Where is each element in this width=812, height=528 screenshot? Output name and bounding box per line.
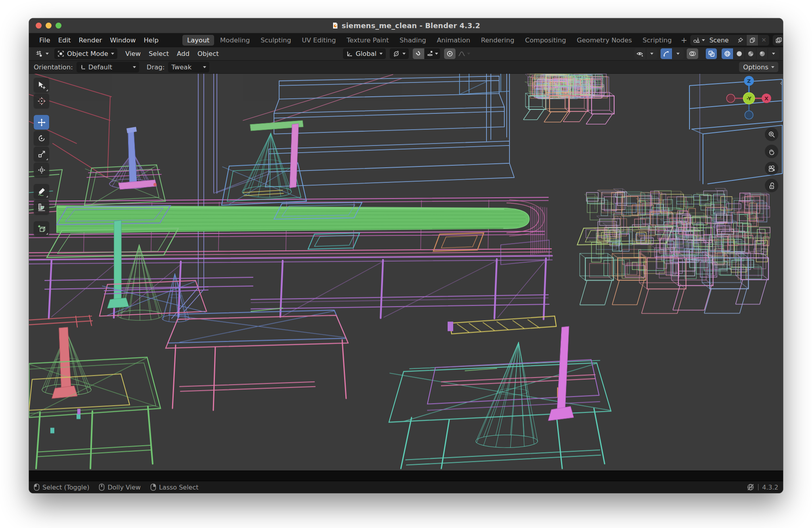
visibility-dropdown[interactable] [646, 48, 657, 59]
visibility-toggles-button[interactable] [634, 48, 646, 59]
tool-move[interactable] [34, 115, 49, 130]
orientation-default-icon [80, 64, 86, 70]
shading-dropdown[interactable] [768, 48, 779, 59]
pan-button[interactable] [765, 145, 778, 158]
status-dolly-label: Dolly View [107, 484, 141, 491]
drag-label: Drag: [147, 63, 165, 71]
navigation-gizmo[interactable]: Z X -Y [724, 75, 774, 121]
options-button[interactable]: Options [739, 62, 778, 72]
menu-help[interactable]: Help [140, 35, 163, 45]
shading-wireframe-button[interactable] [722, 48, 733, 59]
menu-object[interactable]: Object [193, 50, 223, 57]
tool-tweak-select[interactable] [34, 78, 49, 92]
solid-sphere-icon [736, 50, 743, 57]
pivot-point-selector[interactable] [390, 48, 409, 59]
rendered-sphere-icon [759, 50, 766, 57]
shading-solid-button[interactable] [733, 48, 745, 59]
material-sphere-icon [747, 50, 754, 57]
tab-texture-paint[interactable]: Texture Paint [342, 35, 393, 46]
axis-minus-x-ball[interactable] [727, 94, 735, 103]
camera-view-button[interactable] [765, 162, 778, 175]
tab-layout[interactable]: Layout [182, 35, 214, 46]
workspace-tabs: Layout Modeling Sculpting UV Editing Tex… [182, 35, 690, 46]
tab-compositing[interactable]: Compositing [520, 35, 571, 46]
chevron-down-icon [772, 53, 775, 55]
xray-icon [708, 50, 715, 57]
tab-geometry-nodes[interactable]: Geometry Nodes [572, 35, 637, 46]
minimize-window-button[interactable] [46, 23, 52, 29]
sidebar-collapse-arrow[interactable]: ‹ [779, 79, 783, 87]
tab-rendering[interactable]: Rendering [476, 35, 519, 46]
tab-shading[interactable]: Shading [395, 35, 431, 46]
add-cube-icon [37, 224, 46, 233]
mode-selector[interactable]: Object Mode [54, 48, 117, 59]
overlays-toggle[interactable] [687, 48, 698, 59]
middle-mouse-icon [99, 484, 105, 491]
pin-scene-button[interactable] [735, 35, 746, 46]
shading-material-button[interactable] [745, 48, 756, 59]
lock-view-button[interactable] [765, 179, 778, 192]
editor-type-button[interactable] [32, 48, 52, 59]
tool-annotate[interactable] [34, 184, 49, 199]
menu-edit[interactable]: Edit [54, 35, 75, 45]
tool-transform[interactable] [34, 163, 49, 177]
pivot-icon [393, 50, 400, 57]
proportional-editing-toggle[interactable] [444, 48, 456, 59]
axis-minus-z-ball[interactable] [745, 111, 753, 119]
tool-cursor[interactable] [34, 94, 49, 108]
menu-file[interactable]: File [35, 35, 54, 45]
tool-measure[interactable] [34, 200, 49, 214]
viewport-header: Object Mode View Select Add Object Globa… [29, 47, 783, 60]
proportional-falloff-selector[interactable] [456, 48, 472, 59]
scene-name[interactable]: Scene [708, 36, 735, 44]
collapsed-timeline[interactable] [29, 471, 783, 481]
shading-rendered-button[interactable] [756, 48, 768, 59]
menu-window[interactable]: Window [106, 35, 140, 45]
xray-toggle[interactable] [705, 48, 717, 59]
tab-modeling[interactable]: Modeling [215, 35, 255, 46]
tool-scale[interactable] [34, 147, 49, 161]
snap-settings-selector[interactable] [424, 48, 440, 59]
tool-orientation-selector[interactable]: Default [77, 62, 139, 73]
tab-uv-editing[interactable]: UV Editing [297, 35, 341, 46]
tool-rotate[interactable] [34, 131, 49, 145]
menu-render[interactable]: Render [75, 35, 106, 45]
tool-add-cube[interactable] [34, 221, 49, 236]
editor-3d-viewport-icon [35, 50, 43, 57]
axis-x-label: X [764, 96, 768, 101]
menu-add[interactable]: Add [173, 50, 193, 57]
viewlayer-browse-button[interactable] [773, 35, 783, 46]
gizmos-toggle[interactable] [661, 48, 672, 59]
viewport-canvas[interactable] [29, 74, 783, 471]
tab-animation[interactable]: Animation [432, 35, 475, 46]
unlink-scene-button[interactable]: ✕ [758, 35, 769, 46]
overlays-icon [689, 50, 696, 57]
proportional-editing-icon [446, 50, 453, 57]
new-scene-button[interactable] [746, 35, 758, 46]
unlock-icon [768, 182, 776, 189]
menu-view[interactable]: View [121, 50, 145, 57]
zoom-button[interactable] [765, 128, 778, 141]
status-dolly: Dolly View [99, 484, 141, 491]
status-bar: Select (Toggle) Dolly View Lasso Select … [29, 481, 783, 493]
snap-toggle[interactable] [413, 48, 424, 59]
network-offline-icon[interactable] [747, 483, 755, 491]
chevron-down-icon [379, 53, 383, 55]
gizmos-dropdown[interactable] [672, 48, 684, 59]
menu-select[interactable]: Select [145, 50, 173, 57]
magnet-icon [415, 50, 422, 57]
chevron-down-icon [111, 53, 114, 55]
viewport-3d[interactable]: Z X -Y [29, 73, 783, 471]
drag-selector[interactable]: Tweak [168, 62, 209, 73]
status-lasso-label: Lasso Select [159, 484, 199, 491]
tab-sculpting[interactable]: Sculpting [256, 35, 296, 46]
chevron-down-icon [46, 53, 49, 55]
tab-scripting[interactable]: Scripting [638, 35, 676, 46]
close-window-button[interactable] [36, 23, 42, 29]
add-workspace-button[interactable]: + [678, 36, 690, 44]
pallet-cluster-right [580, 188, 770, 314]
zoom-window-button[interactable] [56, 23, 61, 29]
transform-orientation-selector[interactable]: Global [343, 48, 386, 59]
scene-browse-button[interactable] [690, 35, 708, 46]
orientation-value: Global [356, 50, 377, 57]
